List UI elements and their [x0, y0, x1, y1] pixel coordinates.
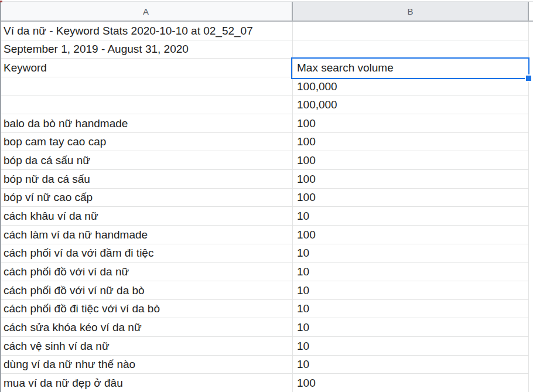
cell-A15[interactable]: cách phối đồ với ví nữ da bò — [0, 281, 293, 300]
selected-cell-outline[interactable] — [291, 57, 529, 79]
cell-B4[interactable]: 100,000 — [293, 77, 529, 96]
cell-B8[interactable]: 100 — [293, 151, 529, 170]
fill-handle[interactable] — [525, 74, 532, 82]
table-row: Ví da nữ - Keyword Stats 2020-10-10 at 0… — [0, 22, 533, 40]
cell-B9[interactable]: 100 — [293, 170, 529, 189]
cell-A9[interactable]: bóp nữ da cá sấu — [0, 170, 293, 189]
table-row: bóp da cá sấu nữ100 — [0, 151, 533, 170]
cell-B5[interactable]: 100,000 — [293, 96, 529, 115]
cell-B1[interactable] — [293, 22, 529, 40]
table-row: balo da bò nữ handmade100 — [0, 114, 533, 133]
column-header-a-label: A — [143, 6, 149, 16]
cell-B6[interactable]: 100 — [293, 114, 529, 133]
table-row: mua ví da nữ đẹp ở đâu100 — [0, 374, 533, 392]
cell-B16[interactable]: 10 — [293, 300, 529, 319]
table-row: cách phối đồ với ví da nữ10 — [0, 263, 533, 281]
cell-B14[interactable]: 10 — [293, 263, 529, 281]
cell-A18[interactable]: cách vệ sinh ví da nữ — [0, 337, 293, 356]
table-row: bop cam tay cao cap100 — [0, 133, 533, 152]
cell-A10[interactable]: bóp ví nữ cao cấp — [0, 189, 293, 207]
cell-B18[interactable]: 10 — [293, 337, 529, 356]
sheet-left-border — [0, 1, 1, 392]
table-row: bóp nữ da cá sấu100 — [0, 170, 533, 189]
cell-A16[interactable]: cách phối đồ đi tiệc với ví da bò — [0, 300, 293, 319]
cell-A8[interactable]: bóp da cá sấu nữ — [0, 151, 293, 170]
corner-red-mark — [0, 1, 2, 2]
cell-B13[interactable]: 10 — [293, 244, 529, 263]
cell-A12[interactable]: cách làm ví da nữ handmade — [0, 226, 293, 244]
cell-A7[interactable]: bop cam tay cao cap — [0, 133, 293, 152]
table-row: 100,000 — [0, 96, 533, 115]
cell-A14[interactable]: cách phối đồ với ví da nữ — [0, 263, 293, 281]
cell-A19[interactable]: dùng ví da nữ như thế nào — [0, 356, 293, 374]
table-row: bóp ví nữ cao cấp100 — [0, 189, 533, 207]
column-header-b-label: B — [407, 6, 413, 16]
header-gutter — [529, 2, 533, 21]
cell-A4[interactable] — [0, 77, 293, 96]
cell-B10[interactable]: 100 — [293, 189, 529, 207]
fill-handle-square — [526, 76, 531, 81]
column-header-b[interactable]: B — [293, 2, 529, 21]
cell-A2[interactable]: September 1, 2019 - August 31, 2020 — [0, 40, 293, 59]
cell-A20[interactable]: mua ví da nữ đẹp ở đâu — [0, 374, 293, 392]
spreadsheet: A B Ví da nữ - Keyword Stats 2020-10-10 … — [0, 0, 533, 392]
table-row: cách làm ví da nữ handmade100 — [0, 226, 533, 244]
table-row: cách khâu ví da nữ10 — [0, 207, 533, 226]
cell-A11[interactable]: cách khâu ví da nữ — [0, 207, 293, 226]
cell-A17[interactable]: cách sửa khóa kéo ví da nữ — [0, 318, 293, 337]
table-row: cách phối đồ đi tiệc với ví da bò10 — [0, 300, 533, 319]
cell-A1[interactable]: Ví da nữ - Keyword Stats 2020-10-10 at 0… — [0, 22, 293, 40]
cell-B17[interactable]: 10 — [293, 318, 529, 337]
table-row: 100,000 — [0, 77, 533, 96]
cell-B11[interactable]: 10 — [293, 207, 529, 226]
cell-A13[interactable]: cách phối ví da với đầm đi tiệc — [0, 244, 293, 263]
column-headers: A B — [0, 1, 533, 22]
table-row: cách vệ sinh ví da nữ10 — [0, 337, 533, 356]
cell-B15[interactable]: 10 — [293, 281, 529, 300]
table-row: cách sửa khóa kéo ví da nữ10 — [0, 318, 533, 337]
cell-A3[interactable]: Keyword — [0, 59, 293, 77]
table-row: cách phối đồ với ví nữ da bò10 — [0, 281, 533, 300]
cell-A6[interactable]: balo da bò nữ handmade — [0, 114, 293, 133]
cell-B19[interactable]: 10 — [293, 356, 529, 374]
table-row: dùng ví da nữ như thế nào10 — [0, 356, 533, 374]
cell-B7[interactable]: 100 — [293, 133, 529, 152]
cell-A5[interactable] — [0, 96, 293, 115]
table-row: cách phối ví da với đầm đi tiệc10 — [0, 244, 533, 263]
cell-B20[interactable]: 100 — [293, 374, 529, 392]
table-row: September 1, 2019 - August 31, 2020 — [0, 40, 533, 59]
cell-B2[interactable] — [293, 40, 529, 59]
column-header-a[interactable]: A — [0, 2, 293, 21]
cell-B12[interactable]: 100 — [293, 226, 529, 244]
